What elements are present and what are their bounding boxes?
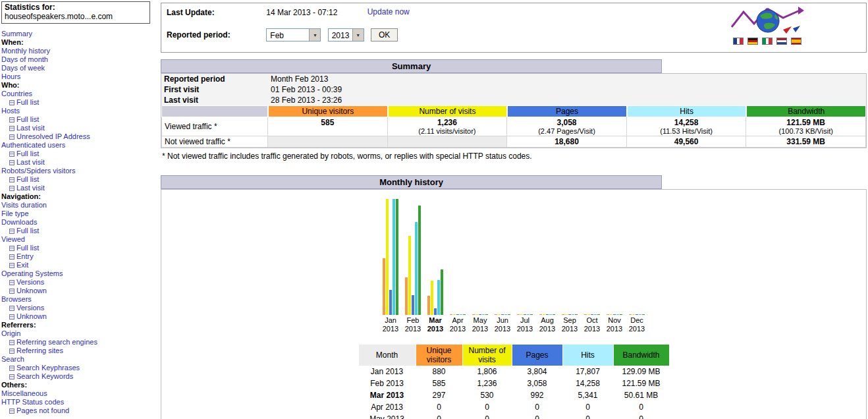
year-select[interactable]: 2013 ▼: [328, 28, 364, 42]
submenu-icon: [9, 177, 14, 182]
monthly-cell: 3,804: [512, 366, 562, 377]
sidebar-item-days-of-month[interactable]: Days of month: [1, 55, 158, 64]
sidebar-item-last-visit[interactable]: Last visit: [1, 124, 158, 132]
sidebar-item-robots-spiders-visitors[interactable]: Robots/Spiders visitors: [1, 167, 158, 175]
sidebar-item-hosts[interactable]: Hosts: [1, 107, 158, 115]
sidebar-item-last-visit[interactable]: Last visit: [1, 184, 158, 192]
sidebar-item-label: When:: [1, 38, 24, 46]
sidebar-item-full-list[interactable]: Full list: [1, 244, 158, 252]
monthly-cell: 17,807: [563, 366, 613, 377]
first-visit-row-label: First visit: [161, 84, 268, 95]
sidebar-item-label: Viewed: [1, 235, 25, 243]
bar-number-of-visits: [453, 314, 456, 315]
sidebar-item-referring-sites[interactable]: Referring sites: [1, 347, 158, 355]
sidebar-item-last-visit[interactable]: Last visit: [1, 158, 158, 167]
flag-it-icon[interactable]: [762, 38, 773, 45]
sidebar-item-label: Full list: [16, 227, 39, 235]
chart-group-apr-2013: [447, 314, 469, 315]
sidebar-item-entry[interactable]: Entry: [1, 252, 158, 261]
sidebar-item-full-list[interactable]: Full list: [1, 115, 158, 124]
bar-unique-visitors: [607, 314, 609, 315]
sidebar-item-label: Last visit: [16, 184, 45, 192]
bar-unique-visitors: [629, 314, 632, 315]
sidebar-item-unknown[interactable]: Unknown: [1, 287, 158, 295]
sidebar-item-referring-search-engines[interactable]: Referring search engines: [1, 338, 158, 347]
sidebar-item-origin[interactable]: Origin: [1, 329, 158, 338]
sidebar-item-days-of-week[interactable]: Days of week: [1, 64, 158, 72]
sidebar-item-unresolved-ip-address[interactable]: Unresolved IP Address: [1, 132, 158, 141]
monthly-header-bandwidth: Bandwidth: [614, 345, 669, 366]
sidebar-item-versions[interactable]: Versions: [1, 304, 158, 312]
flag-nl-icon[interactable]: [776, 38, 787, 45]
bar-unique-visitors: [562, 314, 564, 315]
sidebar-item-full-list[interactable]: Full list: [1, 175, 158, 184]
sidebar-item-versions[interactable]: Versions: [1, 278, 158, 287]
bar-number-of-visits: [386, 199, 389, 315]
sidebar-item-label: Origin: [1, 329, 20, 337]
sidebar-item-search-keyphrases[interactable]: Search Keyphrases: [1, 364, 158, 372]
reported-period-row-label: Reported period: [161, 74, 268, 84]
sidebar-item-search-keywords[interactable]: Search Keywords: [1, 372, 158, 381]
summary-header-row: Unique visitors Number of visits Pages H…: [161, 105, 866, 117]
viewed-unique-cell: 585: [268, 117, 388, 136]
not-viewed-traffic-row: Not viewed traffic * 18,680 49,560 331.5…: [161, 136, 866, 148]
monthly-cell-month: Apr 2013: [359, 402, 416, 413]
sidebar-item-label: File type: [1, 210, 29, 217]
reported-period-row-value: Month Feb 2013: [268, 74, 866, 84]
ok-button[interactable]: OK: [371, 28, 398, 42]
bar-number-of-visits: [520, 314, 523, 315]
summary-title: Summary: [161, 59, 662, 73]
sidebar-item-browsers[interactable]: Browsers: [1, 295, 158, 304]
sidebar-item-countries[interactable]: Countries: [1, 90, 158, 98]
sidebar-item-miscellaneous[interactable]: Miscellaneous: [1, 389, 158, 398]
sidebar-item-label: Hours: [1, 72, 20, 80]
sidebar-item-unknown[interactable]: Unknown: [1, 312, 158, 321]
monthly-row-jan-2013: Jan 20138801,8063,80417,807129.09 MB: [359, 366, 669, 377]
bar-hits: [504, 314, 507, 315]
sidebar-item-full-list[interactable]: Full list: [1, 227, 158, 235]
statistics-for-label: Statistics for:: [5, 3, 147, 12]
submenu-icon: [9, 280, 14, 285]
monthly-header-pages: Pages: [512, 345, 562, 366]
flag-de-icon[interactable]: [747, 38, 758, 45]
bar-bandwidth: [396, 199, 398, 315]
bar-bandwidth: [441, 269, 443, 315]
flag-fr-icon[interactable]: [733, 38, 744, 45]
update-now-link[interactable]: Update now: [367, 7, 410, 16]
top-bar: Last Update: 14 Mar 2013 - 07:12 Update …: [161, 3, 867, 53]
sidebar-item-search[interactable]: Search: [1, 355, 158, 364]
bar-number-of-visits: [632, 314, 635, 315]
sidebar-item-monthly-history[interactable]: Monthly history: [1, 47, 158, 55]
submenu-icon: [9, 263, 14, 268]
monthly-history-title: Monthly history: [161, 175, 662, 189]
sidebar-item-label: Search: [1, 355, 24, 363]
sidebar-item-visits-duration[interactable]: Visits duration: [1, 201, 158, 210]
not-viewed-traffic-label: Not viewed traffic *: [161, 136, 268, 148]
sidebar-item-summary[interactable]: Summary: [1, 30, 158, 38]
submenu-icon: [9, 246, 14, 251]
sidebar-item-authenticated-users[interactable]: Authenticated users: [1, 141, 158, 150]
flag-es-icon[interactable]: [791, 38, 801, 45]
sidebar-item-full-list[interactable]: Full list: [1, 150, 158, 158]
sidebar-item-label: Last visit: [16, 124, 45, 132]
awstats-logo-icon[interactable]: [730, 5, 804, 35]
sidebar-item-viewed[interactable]: Viewed: [1, 235, 158, 244]
submenu-icon: [9, 349, 14, 354]
bar-pages: [434, 308, 437, 315]
sidebar-item-operating-systems[interactable]: Operating Systems: [1, 269, 158, 278]
monthly-cell: 0: [463, 402, 512, 413]
sidebar-item-pages-not-found[interactable]: Pages not found: [1, 406, 158, 415]
submenu-icon: [9, 229, 14, 234]
sidebar-item-hours[interactable]: Hours: [1, 72, 158, 81]
last-update-label: Last Update:: [167, 8, 264, 17]
last-update-value: 14 Mar 2013 - 07:12: [266, 8, 365, 17]
month-select[interactable]: Feb ▼: [266, 28, 321, 42]
sidebar-item-exit[interactable]: Exit: [1, 261, 158, 269]
sidebar-item-label: Referring sites: [16, 347, 63, 354]
sidebar-item-full-list[interactable]: Full list: [1, 98, 158, 107]
monthly-cell-month: May 2013: [359, 414, 416, 419]
sidebar-item-file-type[interactable]: File type: [1, 210, 158, 218]
sidebar-item-http-status-codes[interactable]: HTTP Status codes: [1, 398, 158, 406]
sidebar-item-downloads[interactable]: Downloads: [1, 218, 158, 227]
sidebar-item-label: Unknown: [16, 312, 47, 320]
